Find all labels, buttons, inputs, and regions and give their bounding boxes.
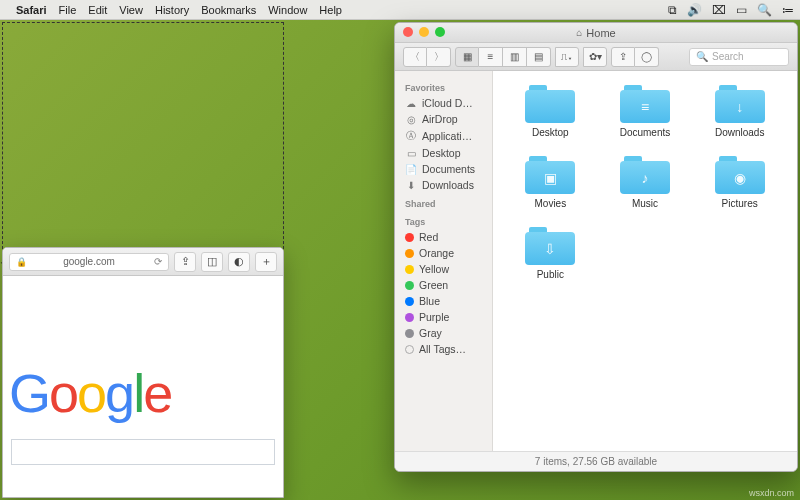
list-view-button[interactable]: ≡ [479,47,503,67]
sidebar-item-label: Documents [422,163,475,175]
sidebar-item-label: Yellow [419,263,449,275]
finder-window: ⌂ Home 〈 〉 ▦ ≡ ▥ ▤ ⎍▾ ✿▾ ⇪ ◯ [394,22,798,472]
tag-dot-icon [405,329,414,338]
folder-public[interactable]: ⇩Public [510,227,590,280]
close-button[interactable] [403,27,413,37]
sidebar-item-label: AirDrop [422,113,458,125]
folder-pictures[interactable]: ◉Pictures [700,156,780,209]
cloud-icon: ☁ [405,98,417,109]
window-title: Home [586,27,615,39]
folder-documents[interactable]: ≡Documents [605,85,685,138]
sidebar-item-label: Gray [419,327,442,339]
tag-dot-icon [405,297,414,306]
lock-icon: 🔒 [16,257,27,267]
icon-view-button[interactable]: ▦ [455,47,479,67]
finder-titlebar[interactable]: ⌂ Home [395,23,797,43]
folder-label: Movies [534,198,566,209]
minimize-button[interactable] [419,27,429,37]
finder-toolbar: 〈 〉 ▦ ≡ ▥ ▤ ⎍▾ ✿▾ ⇪ ◯ 🔍 Search [395,43,797,71]
address-bar[interactable]: 🔒 google.com ⟳ [9,253,169,271]
folder-icon: ♪ [620,156,670,194]
column-view-button[interactable]: ▥ [503,47,527,67]
back-button[interactable]: 〈 [403,47,427,67]
screen-record-icon[interactable]: ⧉ [668,3,677,17]
finder-sidebar: Favorites☁iCloud D…◎AirDropⒶApplicati…▭D… [395,71,493,451]
reload-icon[interactable]: ⟳ [154,256,162,267]
search-icon: 🔍 [696,51,708,62]
sidebar-item-documents[interactable]: 📄Documents [395,161,492,177]
sidebar-item-label: Red [419,231,438,243]
arrange-button[interactable]: ⎍▾ [555,47,579,67]
menu-help[interactable]: Help [319,4,342,16]
folder-desktop[interactable]: Desktop [510,85,590,138]
menu-bookmarks[interactable]: Bookmarks [201,4,256,16]
sidebar-item-label: Downloads [422,179,474,191]
menubar-tray: ⧉ 🔊 ⌧ ▭ 🔍 ≔ [668,3,794,17]
folder-icon: ▣ [525,156,575,194]
forward-button[interactable]: 〉 [427,47,451,67]
gallery-view-button[interactable]: ▤ [527,47,551,67]
reader-button[interactable]: ◐ [228,252,250,272]
sidebar-item-blue[interactable]: Blue [395,293,492,309]
folder-movies[interactable]: ▣Movies [510,156,590,209]
menu-extras-icon[interactable]: ≔ [782,3,794,17]
sidebar-item-gray[interactable]: Gray [395,325,492,341]
folder-icon [525,85,575,123]
menu-view[interactable]: View [119,4,143,16]
app-menu[interactable]: Safari [16,4,47,16]
menu-edit[interactable]: Edit [88,4,107,16]
down-icon: ⬇ [405,180,417,191]
menu-file[interactable]: File [59,4,77,16]
battery-icon[interactable]: ▭ [736,3,747,17]
safari-toolbar: 🔒 google.com ⟳ ⇪ ◫ ◐ ＋ [3,248,283,276]
tabs-button[interactable]: ◫ [201,252,223,272]
watermark: wsxdn.com [749,488,794,498]
safari-window: 🔒 google.com ⟳ ⇪ ◫ ◐ ＋ Google [2,247,284,498]
sidebar-item-icloud-d-[interactable]: ☁iCloud D… [395,95,492,111]
sidebar-item-purple[interactable]: Purple [395,309,492,325]
folder-label: Downloads [715,127,764,138]
share-button[interactable]: ⇪ [611,47,635,67]
sidebar-header: Shared [395,193,492,211]
share-button[interactable]: ⇪ [174,252,196,272]
sidebar-item-label: Orange [419,247,454,259]
new-tab-button[interactable]: ＋ [255,252,277,272]
tag-dot-icon [405,233,414,242]
sidebar-item-all-tags-[interactable]: All Tags… [395,341,492,357]
menubar: Safari FileEditViewHistoryBookmarksWindo… [0,0,800,20]
sidebar-item-orange[interactable]: Orange [395,245,492,261]
action-button[interactable]: ✿▾ [583,47,607,67]
airdrop-icon: ◎ [405,114,417,125]
sidebar-item-airdrop[interactable]: ◎AirDrop [395,111,492,127]
sidebar-item-label: iCloud D… [422,97,473,109]
sidebar-item-downloads[interactable]: ⬇Downloads [395,177,492,193]
menu-window[interactable]: Window [268,4,307,16]
finder-search-input[interactable]: 🔍 Search [689,48,789,66]
sidebar-item-label: Blue [419,295,440,307]
sidebar-item-label: All Tags… [419,343,466,355]
spotlight-icon[interactable]: 🔍 [757,3,772,17]
zoom-button[interactable] [435,27,445,37]
folder-label: Music [632,198,658,209]
menu-history[interactable]: History [155,4,189,16]
folder-downloads[interactable]: ↓Downloads [700,85,780,138]
sidebar-header: Tags [395,211,492,229]
sidebar-item-yellow[interactable]: Yellow [395,261,492,277]
tag-dot-icon [405,345,414,354]
folder-icon: ≡ [620,85,670,123]
folder-icon: ◉ [715,156,765,194]
sidebar-header: Favorites [395,77,492,95]
google-search-input[interactable] [11,439,275,465]
sidebar-item-applicati-[interactable]: ⒶApplicati… [395,127,492,145]
sidebar-item-desktop[interactable]: ▭Desktop [395,145,492,161]
folder-music[interactable]: ♪Music [605,156,685,209]
wifi-icon[interactable]: ⌧ [712,3,726,17]
folder-label: Public [537,269,564,280]
folder-label: Pictures [722,198,758,209]
sidebar-item-green[interactable]: Green [395,277,492,293]
volume-icon[interactable]: 🔊 [687,3,702,17]
sidebar-item-label: Applicati… [422,130,472,142]
sidebar-item-label: Purple [419,311,449,323]
sidebar-item-red[interactable]: Red [395,229,492,245]
tags-button[interactable]: ◯ [635,47,659,67]
